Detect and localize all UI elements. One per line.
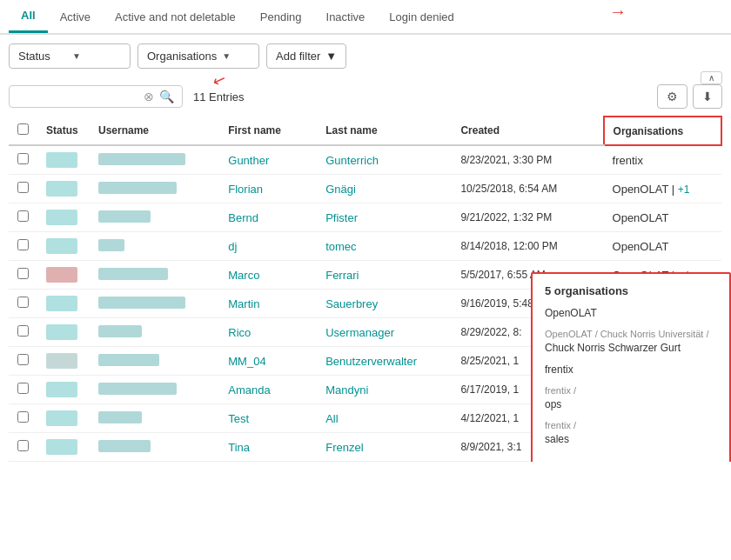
- lastname-link[interactable]: tomec: [325, 240, 356, 253]
- row-checkbox[interactable]: [17, 210, 29, 222]
- org-name: frentix: [613, 154, 643, 167]
- add-filter-label: Add filter: [276, 50, 320, 63]
- row-checkbox[interactable]: [17, 239, 29, 250]
- firstname-link[interactable]: Gunther: [228, 154, 269, 167]
- cell-username: [90, 203, 219, 232]
- cell-status: [37, 318, 90, 347]
- status-filter[interactable]: Status ▼: [9, 43, 131, 69]
- firstname-link[interactable]: Rico: [228, 326, 251, 339]
- tab-login-denied[interactable]: Login denied: [377, 2, 466, 32]
- org-name: OpenOLAT: [613, 240, 669, 253]
- user-table-wrap: Status Username First name Last name Cre…: [0, 116, 731, 462]
- col-checkbox: [9, 117, 37, 145]
- row-checkbox[interactable]: [17, 325, 29, 337]
- cell-lastname: Ferrari: [317, 261, 452, 290]
- cell-lastname: tomec: [317, 232, 452, 261]
- col-username: Username: [90, 117, 219, 145]
- settings-button[interactable]: ⚙: [657, 84, 687, 109]
- collapse-icon: ∧: [708, 73, 714, 83]
- tab-all[interactable]: All: [9, 0, 48, 33]
- row-checkbox[interactable]: [17, 297, 29, 308]
- username-block: [98, 268, 168, 280]
- username-block: [98, 325, 142, 337]
- firstname-link[interactable]: Tina: [228, 441, 250, 454]
- username-block: [98, 239, 124, 251]
- status-indicator: [46, 296, 77, 311]
- org-sub: OpenOLAT / Chuck Norris Universität /: [545, 328, 717, 341]
- firstname-link[interactable]: dj: [228, 240, 237, 253]
- row-checkbox[interactable]: [17, 268, 29, 279]
- row-checkbox[interactable]: [17, 383, 29, 394]
- cell-status: [37, 175, 90, 203]
- col-lastname: Last name: [317, 117, 452, 145]
- cell-status: [37, 261, 90, 290]
- cell-orgs: OpenOLAT | +1: [604, 175, 721, 203]
- org-main-name: ops: [545, 397, 717, 412]
- clear-search-icon[interactable]: ⊗: [144, 90, 154, 103]
- cell-status: [37, 376, 90, 404]
- org-sub: frentix /: [545, 384, 717, 397]
- username-block: [98, 182, 177, 194]
- select-all-checkbox[interactable]: [17, 123, 29, 135]
- org-main-name: sales: [545, 432, 717, 447]
- orgs-filter-label: Organisations: [147, 50, 217, 63]
- lastname-link[interactable]: Usermanager: [325, 326, 394, 339]
- download-button[interactable]: ⬇: [693, 84, 722, 109]
- lastname-link[interactable]: Gunterrich: [325, 154, 379, 167]
- col-organisations: Organisations: [604, 117, 721, 145]
- firstname-link[interactable]: Bernd: [228, 211, 258, 224]
- orgs-filter[interactable]: Organisations ▼: [137, 43, 259, 69]
- cell-firstname: Martin: [219, 290, 317, 318]
- firstname-link[interactable]: Martin: [228, 297, 259, 310]
- row-checkbox[interactable]: [17, 182, 29, 193]
- search-input[interactable]: [17, 90, 138, 103]
- firstname-link[interactable]: MM_04: [228, 355, 265, 368]
- tab-pending[interactable]: Pending: [248, 2, 314, 32]
- cell-username: [90, 175, 219, 203]
- tab-active[interactable]: Active: [48, 2, 103, 32]
- col-status: Status: [37, 117, 90, 145]
- cell-username: [90, 318, 219, 347]
- add-filter-button[interactable]: Add filter ▼: [266, 43, 346, 69]
- lastname-link[interactable]: Mandyni: [325, 383, 368, 397]
- username-block: [98, 297, 185, 309]
- firstname-link[interactable]: Test: [228, 412, 249, 425]
- cell-firstname: dj: [219, 232, 317, 261]
- firstname-link[interactable]: Amanda: [228, 383, 270, 397]
- username-block: [98, 153, 185, 165]
- lastname-link[interactable]: Gnägi: [325, 183, 356, 196]
- search-icon[interactable]: 🔍: [159, 90, 174, 103]
- popup-org-item: OpenOLAT: [545, 306, 717, 321]
- row-checkbox[interactable]: [17, 440, 29, 451]
- username-block: [98, 411, 142, 423]
- cell-username: [90, 404, 219, 433]
- cell-firstname: Test: [219, 404, 317, 433]
- cell-username: [90, 376, 219, 404]
- cell-orgs: frentix: [604, 145, 721, 175]
- row-checkbox[interactable]: [17, 153, 29, 164]
- table-row: BerndPfister9/21/2022, 1:32 PMOpenOLAT: [9, 203, 721, 232]
- row-checkbox[interactable]: [17, 411, 29, 423]
- status-indicator: [46, 267, 77, 283]
- collapse-filters-button[interactable]: ∧: [701, 71, 722, 84]
- lastname-link[interactable]: Benutzerverwalter: [325, 355, 417, 368]
- lastname-link[interactable]: Pfister: [325, 211, 358, 224]
- org-main-name: Chuck Norris Schwarzer Gurt: [545, 341, 717, 356]
- table-row: djtomec8/14/2018, 12:00 PMOpenOLAT: [9, 232, 721, 261]
- status-indicator: [46, 238, 77, 254]
- lastname-link[interactable]: Frenzel: [325, 441, 363, 454]
- more-orgs-link[interactable]: +1: [678, 183, 690, 196]
- popup-org-item: OpenOLAT / Chuck Norris Universität /Chu…: [545, 328, 717, 356]
- tab-active-not-deletable[interactable]: Active and not deletable: [103, 2, 248, 32]
- lastname-link[interactable]: Sauerbrey: [325, 297, 378, 310]
- firstname-link[interactable]: Marco: [228, 269, 259, 282]
- table-header-row: Status Username First name Last name Cre…: [9, 117, 721, 145]
- popup-orgs-list: OpenOLATOpenOLAT / Chuck Norris Universi…: [545, 306, 717, 447]
- cell-lastname: Frenzel: [317, 433, 452, 462]
- firstname-link[interactable]: Florian: [228, 183, 263, 196]
- row-checkbox[interactable]: [17, 354, 29, 365]
- cell-status: [37, 347, 90, 376]
- lastname-link[interactable]: All: [325, 412, 338, 425]
- tab-inactive[interactable]: Inactive: [314, 2, 378, 32]
- lastname-link[interactable]: Ferrari: [325, 269, 359, 282]
